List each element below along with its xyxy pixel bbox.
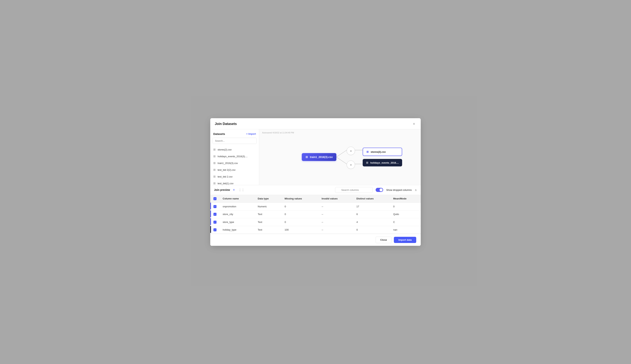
table-icon: ⊞ bbox=[213, 168, 216, 172]
list-item[interactable]: ⊞ holidays_events_2016(3).... bbox=[210, 153, 259, 160]
left-node[interactable]: ⊞ train1_2016(3).csv bbox=[302, 153, 336, 161]
row-checkbox-cell: ✓ bbox=[210, 210, 220, 218]
dataset-name: train1_2016(3).csv bbox=[218, 162, 238, 164]
dataset-name: test_bid(1).csv bbox=[218, 182, 234, 185]
row-col-name: onpromotion bbox=[220, 203, 255, 210]
close-button[interactable]: Close bbox=[376, 236, 392, 243]
close-icon-button[interactable]: × bbox=[412, 122, 416, 126]
sidebar-header: Datasets + Import bbox=[210, 132, 259, 138]
row-col-invalid: -- bbox=[319, 226, 353, 234]
canvas-area: Autosaved 4/18/22 at 11:04:49 PM ⊞ train… bbox=[259, 129, 421, 185]
dataset-name: test_bid 2(2).csv bbox=[218, 168, 236, 171]
row-checkbox[interactable]: ✓ bbox=[214, 228, 217, 231]
show-dropped-toggle[interactable] bbox=[376, 188, 383, 192]
row-col-type: Text bbox=[255, 210, 282, 218]
header-checkbox-cell: ✓ bbox=[210, 195, 220, 203]
right-node-top-label: stores(2).csv bbox=[370, 150, 386, 153]
row-bar-dark bbox=[210, 226, 211, 233]
row-col-missing: 0 bbox=[282, 218, 319, 226]
modal-footer: Close Import data bbox=[210, 234, 421, 246]
row-col-distinct: 0 bbox=[353, 226, 390, 234]
col-header-missing: Missing values bbox=[282, 195, 319, 203]
row-checkbox-cell: ✓ bbox=[210, 203, 220, 210]
join-preview-title: Join preview bbox=[214, 188, 230, 192]
row-col-distinct: 17 bbox=[353, 203, 390, 210]
join-preview-left: Join preview ≡ ⋮⋮ bbox=[214, 188, 245, 192]
table-icon: ⊞ bbox=[366, 150, 369, 153]
dataset-name: stores(2).csv bbox=[218, 148, 232, 151]
table-row: ✓ holiday_type Text 100 -- 0 nan bbox=[210, 226, 421, 234]
row-col-invalid: -- bbox=[319, 210, 353, 218]
row-col-mean: Quito bbox=[390, 210, 421, 218]
search-columns-wrapper: 🔍 bbox=[335, 187, 373, 193]
row-bar-blue bbox=[210, 218, 211, 225]
sidebar: Datasets + Import ⊞ stores(2).csv ⊞ holi… bbox=[210, 129, 259, 185]
bottom-section: Join preview ≡ ⋮⋮ 🔍 Show dropped columns… bbox=[210, 185, 421, 246]
select-all-checkbox[interactable]: ✓ bbox=[214, 197, 217, 200]
row-col-type: Text bbox=[255, 226, 282, 234]
row-checkbox[interactable]: ✓ bbox=[214, 221, 217, 224]
search-columns-input[interactable] bbox=[335, 187, 373, 193]
import-button[interactable]: + Import bbox=[246, 132, 256, 135]
col-header-name: Column name bbox=[220, 195, 255, 203]
list-item[interactable]: ⊞ test_bid(1).csv bbox=[210, 180, 259, 185]
col-header-type: Data type bbox=[255, 195, 282, 203]
row-col-distinct: 6 bbox=[353, 210, 390, 218]
join-preview-table: ✓ Column name Data type Missing values I… bbox=[210, 195, 421, 234]
join-preview-bar: Join preview ≡ ⋮⋮ 🔍 Show dropped columns… bbox=[210, 185, 421, 195]
row-checkbox[interactable]: ✓ bbox=[214, 205, 217, 208]
list-item[interactable]: ⊞ stores(2).csv bbox=[210, 146, 259, 153]
list-view-button[interactable]: ≡ bbox=[232, 188, 236, 192]
row-col-mean: nan bbox=[390, 226, 421, 234]
autosave-label: Autosaved 4/18/22 at 11:04:49 PM bbox=[262, 132, 294, 134]
list-item[interactable]: ⊞ train1_2016(3).csv bbox=[210, 160, 259, 166]
table-header-row: ✓ Column name Data type Missing values I… bbox=[210, 195, 421, 203]
table-icon: ⊞ bbox=[213, 161, 216, 165]
list-item[interactable]: ⊞ test_bid 2(2).csv bbox=[210, 166, 259, 173]
import-data-button[interactable]: Import data bbox=[394, 237, 416, 243]
modal-title: Join Datasets bbox=[215, 122, 237, 126]
modal-body: Datasets + Import ⊞ stores(2).csv ⊞ holi… bbox=[210, 129, 421, 185]
join-circle-bottom[interactable]: ⊗ bbox=[347, 160, 355, 169]
row-col-type: Numeric bbox=[255, 203, 282, 210]
table-row: ✓ store_type Text 0 -- 4 C bbox=[210, 218, 421, 226]
dataset-name: holidays_events_2016(3).... bbox=[218, 155, 248, 158]
row-col-mean: 0 bbox=[390, 203, 421, 210]
right-nodes: ⊞ stores(2).csv ⊞ holidays_events_2016..… bbox=[363, 148, 402, 166]
right-node-bottom[interactable]: ⊞ holidays_events_2016.... bbox=[363, 159, 402, 166]
dataset-name: test_bid 2.csv bbox=[218, 175, 233, 178]
table-icon: ⊞ bbox=[213, 175, 216, 178]
flow-connectors: ⊗ ⊗ bbox=[336, 145, 363, 169]
bar-view-button[interactable]: ⋮⋮ bbox=[238, 188, 245, 192]
table-row: ✓ store_city Text 0 -- 6 Quito bbox=[210, 210, 421, 218]
row-col-distinct: 4 bbox=[353, 218, 390, 226]
col-header-distinct: Distinct values bbox=[353, 195, 390, 203]
datasets-title: Datasets bbox=[213, 132, 225, 136]
join-preview-right: 🔍 Show dropped columns ∧ bbox=[335, 187, 417, 193]
modal-header: Join Datasets × bbox=[210, 118, 421, 129]
table-icon: ⊞ bbox=[213, 154, 216, 158]
table-icon: ⊞ bbox=[213, 182, 216, 185]
list-item[interactable]: ⊞ test_bid 2.csv bbox=[210, 173, 259, 180]
table-row: ✓ onpromotion Numeric 0 -- 17 0 bbox=[210, 203, 421, 210]
row-col-mean: C bbox=[390, 218, 421, 226]
dataset-list: ⊞ stores(2).csv ⊞ holidays_events_2016(3… bbox=[210, 146, 259, 185]
row-bar-blue bbox=[210, 203, 211, 210]
row-col-name: store_type bbox=[220, 218, 255, 226]
join-icon: ⊗ bbox=[350, 150, 352, 152]
table-icon: ⊞ bbox=[213, 148, 216, 151]
join-icon: ⊗ bbox=[350, 164, 352, 166]
row-col-missing: 0 bbox=[282, 203, 319, 210]
collapse-button[interactable]: ∧ bbox=[415, 188, 417, 192]
col-header-mean: Mean/Mode bbox=[390, 195, 421, 203]
join-datasets-modal: Join Datasets × Datasets + Import ⊞ stor… bbox=[210, 118, 421, 246]
row-col-type: Text bbox=[255, 218, 282, 226]
row-col-invalid: -- bbox=[319, 203, 353, 210]
right-node-top[interactable]: ⊞ stores(2).csv bbox=[363, 148, 402, 156]
dataset-search-input[interactable] bbox=[213, 138, 257, 144]
join-circle-top[interactable]: ⊗ bbox=[347, 147, 355, 155]
row-col-name: store_city bbox=[220, 210, 255, 218]
table-icon: ⊞ bbox=[366, 161, 368, 164]
row-checkbox[interactable]: ✓ bbox=[214, 213, 217, 216]
right-node-bottom-label: holidays_events_2016.... bbox=[370, 161, 399, 164]
